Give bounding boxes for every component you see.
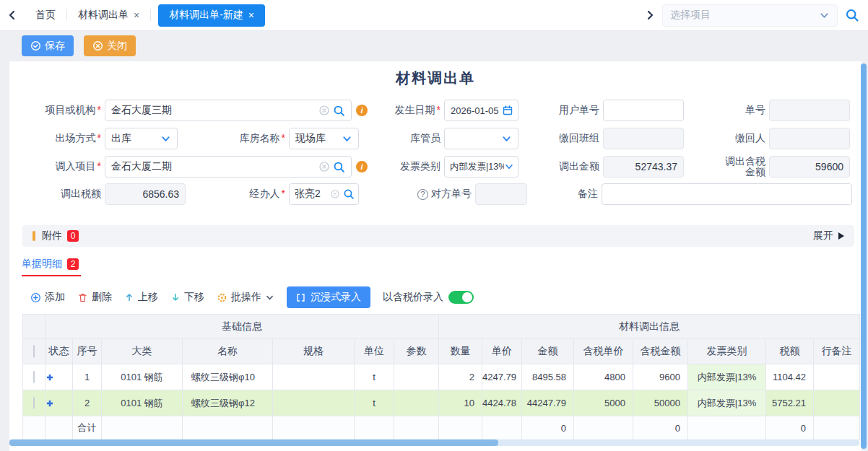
- active-tab-underline: [22, 275, 81, 276]
- cell-unit[interactable]: t: [355, 390, 394, 416]
- delete-row-button[interactable]: 删除: [77, 291, 112, 304]
- chevron-down-icon: [504, 162, 514, 172]
- check-circle-icon: [30, 40, 41, 51]
- cell-name[interactable]: 螺纹三级钢φ12: [183, 390, 273, 416]
- field-label: 调出含税 金额: [723, 156, 765, 178]
- user-doc-no-input[interactable]: [603, 100, 684, 121]
- out-tax-field: 调出税额 6856.63: [22, 183, 186, 205]
- cell-category[interactable]: 0101 钢筋: [102, 390, 183, 416]
- lookup-icon[interactable]: [333, 105, 345, 117]
- storekeeper-select[interactable]: [444, 128, 518, 149]
- counterpart-no-input: [475, 183, 527, 205]
- cell-param[interactable]: [394, 364, 439, 390]
- move-up-button[interactable]: 上移: [124, 291, 158, 304]
- col-name: 名称: [183, 339, 273, 364]
- search-icon[interactable]: [845, 8, 859, 22]
- return-team-input: [603, 128, 684, 149]
- occur-date-input[interactable]: 2026-01-05: [444, 100, 518, 121]
- attachment-bar[interactable]: 附件 0 展开: [22, 225, 854, 247]
- tab-home[interactable]: 首页: [25, 4, 66, 27]
- cell-tax[interactable]: 5752.21: [766, 390, 814, 416]
- row-checkbox[interactable]: [33, 371, 35, 383]
- cell-tax-amount[interactable]: 9600: [633, 364, 688, 390]
- cell-row-remark[interactable]: [814, 390, 860, 416]
- field-label: 项目或机构*: [22, 104, 101, 117]
- batch-operation-button[interactable]: 批操作: [217, 291, 274, 304]
- select-all-header[interactable]: [23, 339, 45, 364]
- cell-param[interactable]: [394, 390, 439, 416]
- doc-no-field: 单号: [741, 100, 850, 121]
- project-input[interactable]: 金石大厦三期: [105, 100, 352, 121]
- cell-row-remark[interactable]: [814, 364, 860, 390]
- project-select[interactable]: 选择项目: [662, 4, 838, 27]
- cell-qty[interactable]: 2: [439, 364, 482, 390]
- add-row-button[interactable]: 添加: [30, 291, 65, 304]
- clear-icon[interactable]: [318, 105, 330, 116]
- cell-name[interactable]: 螺纹三级钢φ10: [183, 364, 273, 390]
- insert-row-icon[interactable]: [45, 373, 72, 382]
- chevron-down-icon: [265, 293, 274, 302]
- nav-forward-icon[interactable]: [638, 9, 662, 21]
- tab-detail-list[interactable]: 单据明细 2: [22, 258, 79, 271]
- cell-category[interactable]: 0101 钢筋: [102, 364, 183, 390]
- close-button[interactable]: 关闭: [84, 35, 136, 56]
- clear-icon[interactable]: [330, 189, 340, 199]
- save-button[interactable]: 保存: [22, 35, 74, 56]
- calendar-icon[interactable]: [502, 105, 513, 116]
- lookup-icon[interactable]: [333, 161, 345, 173]
- cell-spec[interactable]: [273, 390, 355, 416]
- clear-icon[interactable]: [318, 161, 330, 172]
- cell-tax-amount[interactable]: 50000: [633, 390, 688, 416]
- col-unit: 单位: [355, 339, 394, 364]
- in-project-input[interactable]: 金石大厦二期: [105, 156, 352, 178]
- tab-close-icon[interactable]: ×: [134, 9, 139, 21]
- move-down-button[interactable]: 下移: [170, 291, 204, 304]
- insert-row-icon[interactable]: [45, 399, 72, 408]
- nav-back-icon[interactable]: [0, 9, 25, 21]
- brackets-icon: [296, 293, 305, 302]
- horizontal-scrollbar-track[interactable]: [9, 439, 859, 446]
- immersive-entry-button[interactable]: 沉浸式录入: [287, 286, 370, 308]
- group-header-basic: 基础信息: [45, 315, 439, 339]
- tax-entry-toggle-group: 以含税价录入: [383, 291, 474, 304]
- field-label: ? 对方单号: [414, 188, 472, 201]
- horizontal-scrollbar-thumb[interactable]: [9, 439, 498, 446]
- tab-material-list[interactable]: 材料调出单 ×: [67, 4, 150, 27]
- tab-material-new[interactable]: 材料调出单-新建 ×: [158, 4, 265, 27]
- handler-input[interactable]: 张亮2: [289, 183, 359, 205]
- cell-qty[interactable]: 10: [439, 390, 482, 416]
- group-header-material: 材料调出信息: [439, 315, 860, 339]
- field-label: 用户单号: [547, 104, 599, 117]
- lookup-icon[interactable]: [343, 188, 355, 200]
- select-all-checkbox[interactable]: [33, 345, 35, 358]
- cell-tax-price[interactable]: 4800: [574, 364, 633, 390]
- tax-entry-toggle[interactable]: [448, 291, 474, 304]
- expand-arrow-icon: [838, 232, 844, 240]
- cell-amount[interactable]: 44247.79: [522, 390, 574, 416]
- invoice-type-select[interactable]: 内部发票|13%: [444, 156, 518, 178]
- cell-spec[interactable]: [273, 364, 355, 390]
- storekeeper-field: 库管员: [386, 128, 518, 149]
- cell-invoice[interactable]: 内部发票|13%: [688, 390, 766, 416]
- row-checkbox[interactable]: [33, 397, 35, 409]
- expand-button[interactable]: 展开: [813, 229, 844, 242]
- tab-close-icon[interactable]: ×: [248, 9, 254, 21]
- form-card: 材料调出单 项目或机构* 金石大厦三期 i 发生日期* 2026-01-05 用…: [9, 61, 862, 451]
- cell-invoice[interactable]: 内部发票|13%: [688, 364, 766, 390]
- cell-amount[interactable]: 8495.58: [522, 364, 574, 390]
- cell-unit[interactable]: t: [355, 364, 394, 390]
- remark-input[interactable]: [602, 183, 852, 205]
- cell-price[interactable]: 4424.78: [482, 390, 522, 416]
- cell-tax[interactable]: 1104.42: [766, 364, 814, 390]
- tab-separator: [150, 9, 151, 21]
- help-icon: ?: [417, 189, 428, 200]
- cell-price[interactable]: 4247.79: [482, 364, 522, 390]
- plus-circle-icon: [30, 292, 41, 303]
- vertical-scrollbar-thumb[interactable]: [861, 64, 867, 449]
- total-tax: 0: [766, 416, 814, 440]
- out-method-select[interactable]: 出库: [105, 128, 178, 149]
- col-category: 大类: [102, 339, 183, 364]
- page-title: 材料调出单: [9, 69, 862, 88]
- cell-tax-price[interactable]: 5000: [574, 390, 633, 416]
- warehouse-select[interactable]: 现场库: [289, 128, 359, 149]
